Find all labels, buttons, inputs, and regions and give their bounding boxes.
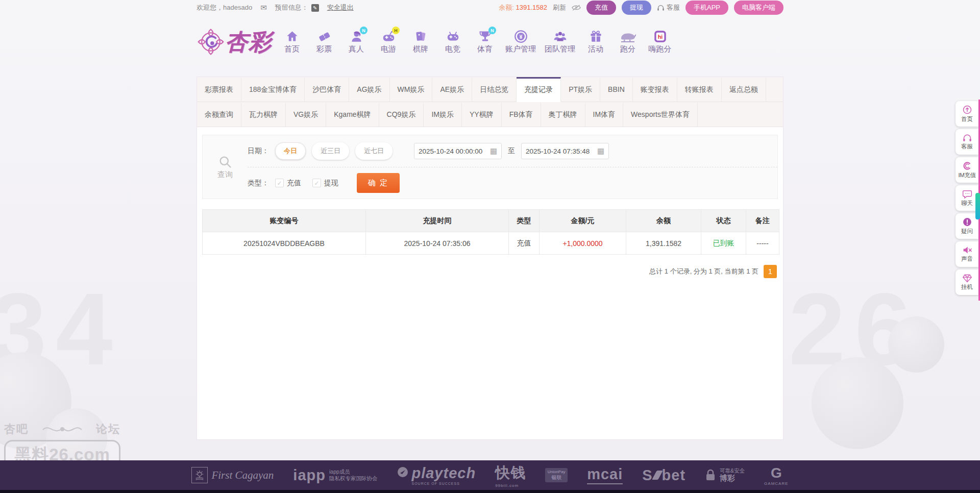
date-to-input[interactable] — [526, 147, 595, 155]
svg-text:hi: hi — [657, 34, 663, 40]
coin-yen-icon: ¥ — [514, 30, 528, 43]
sidebar-item-service[interactable]: 客服 — [955, 129, 978, 155]
nav-item-sports[interactable]: 体育 N — [473, 30, 497, 54]
tab-bbin[interactable]: BBIN — [600, 77, 633, 102]
tab-deposit-withdraw-records[interactable]: 充提记录 — [517, 77, 561, 102]
nav-label: 嗨跑分 — [649, 44, 672, 54]
tab-im-sports[interactable]: IM体育 — [585, 102, 624, 127]
tabs-filler — [698, 102, 783, 127]
tab-account-change-report[interactable]: 账变报表 — [633, 77, 677, 102]
tab-transfer-report[interactable]: 转账报表 — [677, 77, 722, 102]
footer-logo-iapp[interactable]: iapp iapp成员 隐私权专家国际协会 — [293, 467, 377, 484]
tab-cq9[interactable]: CQ9娱乐 — [379, 102, 424, 127]
deposit-checkbox[interactable]: ✓ — [275, 179, 284, 187]
range-7days-pill[interactable]: 近七日 — [355, 142, 393, 160]
footer-logo-sbet[interactable]: S bet — [642, 467, 685, 484]
range-3days-pill[interactable]: 近三日 — [312, 142, 349, 160]
nav-item-lottery[interactable]: 彩票 — [312, 30, 336, 54]
nav-item-esports[interactable]: 电竞 — [441, 30, 464, 54]
tab-wm[interactable]: WM娱乐 — [390, 77, 433, 102]
nav-item-egames[interactable]: 电游 H — [377, 30, 400, 54]
confirm-button[interactable]: 确 定 — [357, 173, 400, 193]
home-icon — [285, 30, 299, 43]
nav-item-card-games[interactable]: 棋牌 — [409, 30, 432, 54]
nav-label: 电竞 — [445, 44, 460, 54]
footer-logo-safe-gambling[interactable]: 可靠&安全 博彩 — [705, 467, 745, 483]
sidebar-item-sound[interactable]: 声音 — [955, 241, 978, 267]
withdraw-checkbox[interactable]: ✓ — [312, 179, 321, 187]
scrollbar-thumb[interactable] — [975, 193, 980, 219]
nav-item-account-management[interactable]: ¥ 账户管理 — [505, 30, 536, 54]
withdraw-checkbox-group[interactable]: ✓ 提现 — [312, 179, 338, 188]
date-from-field[interactable]: ▦ — [414, 143, 502, 159]
tab-ag[interactable]: AG娱乐 — [349, 77, 389, 102]
nav-item-home[interactable]: 首页 — [280, 30, 304, 54]
col-remark: 备注 — [746, 210, 779, 232]
tab-im-casino[interactable]: IM娱乐 — [424, 102, 462, 127]
tab-yy-cards[interactable]: YY棋牌 — [462, 102, 502, 127]
nav-item-live-casino[interactable]: 真人 N — [345, 30, 368, 54]
tab-aoding-cards[interactable]: 奥丁棋牌 — [541, 102, 585, 127]
pc-client-button[interactable]: 电脑客户端 — [734, 1, 783, 15]
tab-188-sports[interactable]: 188金宝博体育 — [241, 77, 305, 102]
tab-daily-summary[interactable]: 日结总览 — [472, 77, 517, 102]
range-today-pill[interactable]: 今日 — [275, 142, 306, 160]
im-recharge-icon — [962, 161, 972, 171]
date-to-field[interactable]: ▦ — [521, 143, 609, 159]
esports-gamepad-icon — [446, 30, 460, 43]
tab-wesports[interactable]: Wesports世界体育 — [623, 102, 698, 127]
sidebar-label: 声音 — [961, 255, 973, 263]
tab-kgame[interactable]: Kgame棋牌 — [326, 102, 379, 127]
tab-rebate-total[interactable]: 返点总额 — [722, 77, 766, 102]
tab-saba-sports[interactable]: 沙巴体育 — [305, 77, 349, 102]
footer-logo-first-cagayan[interactable]: First Cagayan — [191, 467, 274, 483]
deposit-checkbox-group[interactable]: ✓ 充值 — [275, 179, 301, 188]
tab-vg[interactable]: VG娱乐 — [286, 102, 326, 127]
deposit-button[interactable]: 充值 — [586, 1, 616, 15]
headset-icon — [657, 4, 665, 11]
tab-ae[interactable]: AE娱乐 — [432, 77, 472, 102]
logout-link[interactable]: 安全退出 — [327, 3, 354, 12]
footer-logo-gamcare[interactable]: G GAMCARE — [764, 465, 788, 486]
nav-label: 活动 — [588, 44, 603, 54]
tab-pt[interactable]: PT娱乐 — [561, 77, 600, 102]
nav-item-paofen[interactable]: 跑分 — [616, 30, 640, 54]
mobile-app-button[interactable]: 手机APP — [685, 1, 728, 15]
refresh-button[interactable]: 刷新 — [553, 3, 566, 12]
type-filter-row: 类型： ✓ 充值 ✓ 提现 确 定 — [248, 167, 777, 199]
search-zone[interactable]: 查询 — [203, 135, 248, 199]
nav-item-team-management[interactable]: 团队管理 — [545, 30, 575, 54]
eye-off-icon[interactable] — [572, 4, 581, 11]
sidebar-item-im-recharge[interactable]: IM充值 — [955, 157, 978, 183]
nav-item-hi-paofen[interactable]: hi 嗨跑分 — [648, 30, 672, 54]
sidebar-item-afk[interactable]: 挂机 — [955, 269, 978, 295]
table-row: 20251024VBDDBEAGBB 2025-10-24 07:35:06 充… — [203, 232, 779, 255]
withdraw-button[interactable]: 提现 — [622, 1, 651, 15]
tab-fb-sports[interactable]: FB体育 — [502, 102, 541, 127]
sidebar-item-home[interactable]: 首页 — [955, 101, 978, 127]
footer-logo-mcai[interactable]: mcai — [587, 466, 623, 484]
brand-logo[interactable]: 杏彩 — [197, 27, 272, 57]
tab-balance-query[interactable]: 余额查询 — [197, 102, 241, 127]
footer-logo-playtech[interactable]: playtech SOURCE OF SUCCESS — [397, 465, 476, 485]
calendar-icon[interactable]: ▦ — [490, 146, 497, 156]
team-people-icon — [553, 30, 567, 43]
withdraw-checkbox-label: 提现 — [324, 179, 338, 188]
edit-icon[interactable]: ✎ — [311, 4, 319, 12]
cell-account-change-id: 20251024VBDDBEAGBB — [203, 232, 366, 255]
svg-text:¥: ¥ — [519, 34, 522, 40]
tab-lottery-report[interactable]: 彩票报表 — [197, 77, 241, 102]
footer-logo-kuaiqian[interactable]: 快钱 99bill.com — [495, 463, 526, 488]
nav-item-promotions[interactable]: 活动 — [584, 30, 607, 54]
ticket-icon — [317, 30, 331, 43]
page-1-button[interactable]: 1 — [764, 265, 777, 278]
calendar-icon[interactable]: ▦ — [597, 146, 604, 156]
footer-logo-unionpay[interactable]: UnionPay 银联 — [545, 468, 568, 482]
mail-icon[interactable]: ✉ — [260, 3, 267, 12]
date-from-input[interactable] — [419, 147, 488, 155]
date-label: 日期： — [248, 146, 269, 156]
cell-remark: ----- — [746, 232, 779, 255]
customer-service-link[interactable]: 客服 — [657, 3, 680, 12]
main-nav: 首页 彩票 真人 N 电游 H 棋牌 — [280, 30, 672, 54]
tab-wali-cards[interactable]: 瓦力棋牌 — [241, 102, 286, 127]
